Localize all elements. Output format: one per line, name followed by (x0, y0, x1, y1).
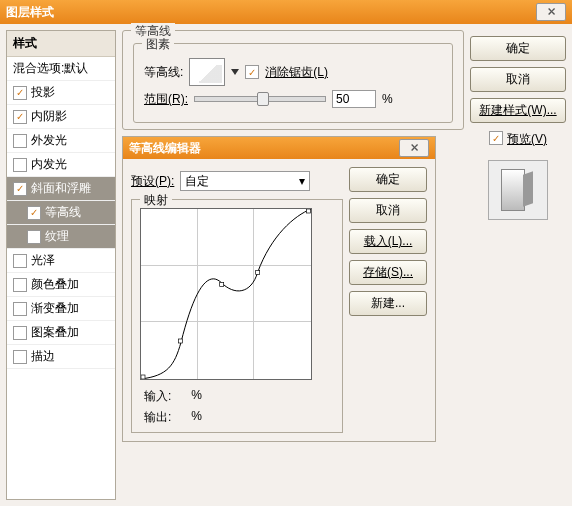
sidebar-item-texture[interactable]: 纹理 (7, 225, 115, 249)
antialias-label: 消除锯齿(L) (265, 64, 328, 81)
input-label: 输入: (144, 388, 171, 405)
chevron-down-icon: ▾ (299, 174, 305, 188)
styles-sidebar: 样式 混合选项:默认 ✓投影 ✓内阴影 外发光 内发光 ✓斜面和浮雕 ✓等高线 … (6, 30, 116, 500)
checkbox-icon[interactable] (27, 230, 41, 244)
cancel-button[interactable]: 取消 (470, 67, 566, 92)
contour-thumb[interactable] (189, 58, 225, 86)
sidebar-item-gradientoverlay[interactable]: 渐变叠加 (7, 297, 115, 321)
output-label: 输出: (144, 409, 171, 426)
checkbox-icon[interactable] (13, 158, 27, 172)
editor-save-button[interactable]: 存储(S)... (349, 260, 427, 285)
slider-knob[interactable] (257, 92, 269, 106)
chevron-down-icon[interactable] (231, 69, 239, 75)
sidebar-item-patternoverlay[interactable]: 图案叠加 (7, 321, 115, 345)
checkbox-icon[interactable]: ✓ (13, 110, 27, 124)
svg-rect-4 (141, 375, 145, 379)
svg-rect-0 (178, 339, 182, 343)
contour-group: 等高线 图素 等高线: ✓ 消除锯齿(L) 范围(R): 50 % (122, 30, 464, 130)
sidebar-item-bevel[interactable]: ✓斜面和浮雕 (7, 177, 115, 201)
close-icon[interactable]: ⤬ (399, 139, 429, 157)
contour-label: 等高线: (144, 64, 183, 81)
editor-new-button[interactable]: 新建... (349, 291, 427, 316)
checkbox-icon[interactable] (13, 326, 27, 340)
checkbox-icon[interactable]: ✓ (13, 86, 27, 100)
checkbox-icon[interactable]: ✓ (13, 182, 27, 196)
elements-legend: 图素 (142, 36, 174, 53)
close-icon[interactable]: ⤬ (536, 3, 566, 21)
svg-rect-1 (220, 282, 224, 286)
antialias-checkbox[interactable]: ✓ (245, 65, 259, 79)
sidebar-item-coloroverlay[interactable]: 颜色叠加 (7, 273, 115, 297)
sidebar-item-innershadow[interactable]: ✓内阴影 (7, 105, 115, 129)
curve-canvas[interactable] (140, 208, 312, 380)
sidebar-item-stroke[interactable]: 描边 (7, 345, 115, 369)
sidebar-blending-options[interactable]: 混合选项:默认 (7, 57, 115, 81)
preview-checkbox[interactable]: ✓ (489, 131, 503, 145)
main-titlebar: 图层样式 ⤬ (0, 0, 572, 24)
new-style-button[interactable]: 新建样式(W)... (470, 98, 566, 123)
editor-load-button[interactable]: 载入(L)... (349, 229, 427, 254)
elements-group: 图素 等高线: ✓ 消除锯齿(L) 范围(R): 50 % (133, 43, 453, 123)
sidebar-header: 样式 (7, 31, 115, 57)
input-pct: % (191, 388, 202, 405)
checkbox-icon[interactable] (13, 350, 27, 364)
preset-label: 预设(P): (131, 173, 174, 190)
range-slider[interactable] (194, 96, 326, 102)
sidebar-item-outerglow[interactable]: 外发光 (7, 129, 115, 153)
output-pct: % (191, 409, 202, 426)
checkbox-icon[interactable]: ✓ (27, 206, 41, 220)
editor-title: 等高线编辑器 (129, 140, 201, 157)
ok-button[interactable]: 确定 (470, 36, 566, 61)
right-buttons: 确定 取消 新建样式(W)... ✓ 预览(V) (470, 30, 566, 500)
editor-titlebar: 等高线编辑器 ⤬ (123, 137, 435, 159)
sidebar-item-contour[interactable]: ✓等高线 (7, 201, 115, 225)
sidebar-item-dropshadow[interactable]: ✓投影 (7, 81, 115, 105)
preset-select[interactable]: 自定 ▾ (180, 171, 310, 191)
editor-cancel-button[interactable]: 取消 (349, 198, 427, 223)
sidebar-item-innerglow[interactable]: 内发光 (7, 153, 115, 177)
sidebar-item-satin[interactable]: 光泽 (7, 249, 115, 273)
svg-rect-2 (256, 270, 260, 274)
curve-path (141, 209, 311, 379)
preview-label: 预览(V) (507, 131, 547, 148)
checkbox-icon[interactable] (13, 302, 27, 316)
checkbox-icon[interactable] (13, 134, 27, 148)
range-input[interactable]: 50 (332, 90, 376, 108)
svg-rect-3 (306, 209, 310, 213)
mapping-legend: 映射 (140, 192, 172, 209)
checkbox-icon[interactable] (13, 254, 27, 268)
checkbox-icon[interactable] (13, 278, 27, 292)
range-label: 范围(R): (144, 91, 188, 108)
dialog-title: 图层样式 (6, 4, 54, 21)
mapping-field: 映射 (131, 199, 343, 433)
range-pct: % (382, 92, 393, 106)
preview-thumb (488, 160, 548, 220)
contour-editor-dialog: 等高线编辑器 ⤬ 预设(P): 自定 ▾ 映射 (122, 136, 436, 442)
editor-ok-button[interactable]: 确定 (349, 167, 427, 192)
